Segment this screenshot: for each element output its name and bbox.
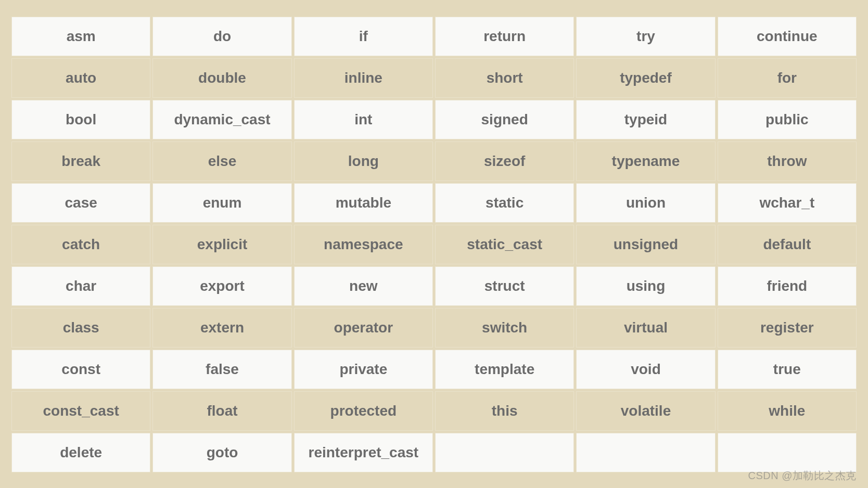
keyword-cell: unsigned [576, 225, 715, 264]
table-row: bool dynamic_cast int signed typeid publ… [11, 100, 857, 139]
table-row: const_cast float protected this volatile… [11, 391, 857, 431]
keyword-cell: float [152, 391, 291, 431]
page: asm do if return try continue auto doubl… [0, 0, 868, 488]
keyword-cell: if [294, 17, 433, 56]
keyword-cell: union [576, 183, 715, 223]
keyword-cell: typeid [576, 100, 715, 139]
table-row: auto double inline short typedef for [11, 58, 857, 98]
keyword-cell [435, 433, 574, 472]
keyword-cell: while [718, 391, 857, 431]
keyword-cell: wchar_t [718, 183, 857, 223]
keyword-cell: char [11, 266, 150, 306]
keyword-cell: explicit [152, 225, 291, 264]
keyword-cell: signed [435, 100, 574, 139]
keyword-cell: typedef [576, 58, 715, 98]
keyword-cell: short [435, 58, 574, 98]
keyword-cell [718, 433, 857, 472]
keyword-cell: friend [718, 266, 857, 306]
keyword-cell: struct [435, 266, 574, 306]
table-row: delete goto reinterpret_cast [11, 433, 857, 472]
keyword-table: asm do if return try continue auto doubl… [9, 15, 859, 474]
keyword-cell: static_cast [435, 225, 574, 264]
keyword-cell: case [11, 183, 150, 223]
keyword-cell: extern [152, 308, 291, 348]
table-row: class extern operator switch virtual reg… [11, 308, 857, 348]
keyword-cell: mutable [294, 183, 433, 223]
keyword-cell: bool [11, 100, 150, 139]
keyword-cell: const [11, 350, 150, 389]
keyword-cell: goto [152, 433, 291, 472]
keyword-cell: class [11, 308, 150, 348]
keyword-cell: register [718, 308, 857, 348]
keyword-cell: for [718, 58, 857, 98]
watermark: CSDN @加勒比之杰克 [748, 469, 857, 483]
keyword-cell: try [576, 17, 715, 56]
keyword-cell: throw [718, 142, 857, 181]
keyword-cell: reinterpret_cast [294, 433, 433, 472]
table-row: break else long sizeof typename throw [11, 142, 857, 181]
keyword-cell: auto [11, 58, 150, 98]
table-row: catch explicit namespace static_cast uns… [11, 225, 857, 264]
keyword-cell: typename [576, 142, 715, 181]
keyword-cell: int [294, 100, 433, 139]
keyword-cell: void [576, 350, 715, 389]
keyword-cell: virtual [576, 308, 715, 348]
keyword-cell: sizeof [435, 142, 574, 181]
keyword-cell: double [152, 58, 291, 98]
keyword-cell: const_cast [11, 391, 150, 431]
keyword-cell: operator [294, 308, 433, 348]
keyword-cell: namespace [294, 225, 433, 264]
table-row: const false private template void true [11, 350, 857, 389]
keyword-cell: inline [294, 58, 433, 98]
keyword-cell: asm [11, 17, 150, 56]
keyword-cell: new [294, 266, 433, 306]
table-row: char export new struct using friend [11, 266, 857, 306]
keyword-cell: public [718, 100, 857, 139]
keyword-cell: do [152, 17, 291, 56]
keyword-cell: export [152, 266, 291, 306]
keyword-cell: enum [152, 183, 291, 223]
keyword-cell: long [294, 142, 433, 181]
keyword-cell: default [718, 225, 857, 264]
keyword-cell: template [435, 350, 574, 389]
keyword-cell: return [435, 17, 574, 56]
keyword-cell: protected [294, 391, 433, 431]
keyword-cell: break [11, 142, 150, 181]
keyword-cell: dynamic_cast [152, 100, 291, 139]
keyword-cell: private [294, 350, 433, 389]
keyword-cell [576, 433, 715, 472]
keyword-cell: static [435, 183, 574, 223]
table-row: asm do if return try continue [11, 17, 857, 56]
keyword-cell: volatile [576, 391, 715, 431]
keyword-cell: catch [11, 225, 150, 264]
table-row: case enum mutable static union wchar_t [11, 183, 857, 223]
keyword-cell: continue [718, 17, 857, 56]
keyword-cell: else [152, 142, 291, 181]
keyword-cell: using [576, 266, 715, 306]
keyword-cell: false [152, 350, 291, 389]
keyword-cell: true [718, 350, 857, 389]
keyword-cell: delete [11, 433, 150, 472]
keyword-cell: switch [435, 308, 574, 348]
keyword-cell: this [435, 391, 574, 431]
